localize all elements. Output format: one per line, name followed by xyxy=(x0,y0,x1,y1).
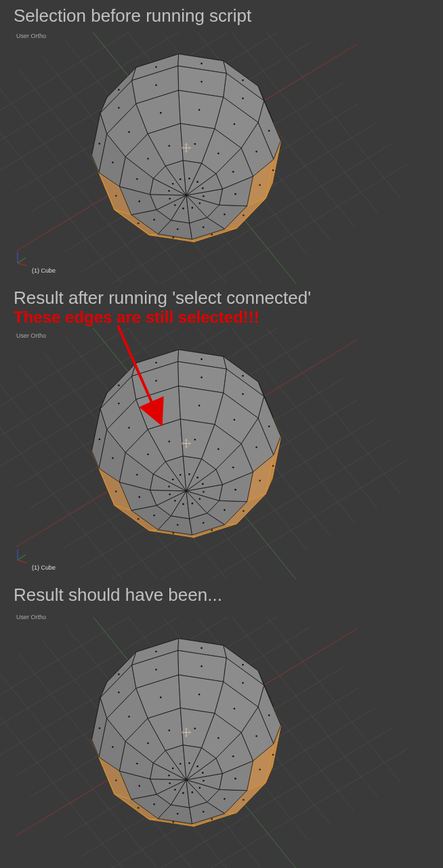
svg-point-88 xyxy=(138,222,140,224)
svg-point-514 xyxy=(202,772,204,774)
svg-point-122 xyxy=(255,151,257,153)
title-before: Selection before running script xyxy=(14,5,251,26)
svg-point-156 xyxy=(202,187,204,189)
svg-point-126 xyxy=(201,81,203,83)
svg-point-528 xyxy=(168,730,170,732)
svg-point-86 xyxy=(118,89,120,91)
svg-point-349 xyxy=(168,441,170,443)
svg-point-100 xyxy=(268,130,270,132)
svg-point-110 xyxy=(118,107,120,109)
svg-point-488 xyxy=(128,715,130,717)
svg-point-148 xyxy=(203,195,205,197)
svg-point-84 xyxy=(211,234,213,236)
svg-point-317 xyxy=(174,500,176,502)
svg-point-440 xyxy=(272,754,274,756)
svg-point-164 xyxy=(217,153,219,155)
svg-point-96 xyxy=(155,66,157,68)
title-expected: Result should have been... xyxy=(14,585,222,606)
svg-point-106 xyxy=(177,229,179,231)
svg-line-355 xyxy=(18,560,27,563)
svg-point-347 xyxy=(188,473,190,475)
svg-point-275 xyxy=(155,361,157,363)
svg-point-281 xyxy=(115,491,117,493)
svg-point-446 xyxy=(138,807,140,809)
svg-point-267 xyxy=(138,518,140,520)
svg-point-516 xyxy=(147,743,149,745)
svg-point-508 xyxy=(160,696,162,698)
svg-point-321 xyxy=(199,498,201,500)
svg-point-504 xyxy=(169,783,171,785)
svg-point-448 xyxy=(242,664,244,666)
svg-point-295 xyxy=(224,509,226,511)
svg-point-496 xyxy=(174,789,176,791)
svg-point-144 xyxy=(232,171,234,173)
svg-point-452 xyxy=(99,728,101,730)
svg-point-309 xyxy=(128,427,130,429)
svg-point-345 xyxy=(180,474,182,476)
svg-point-325 xyxy=(169,494,171,496)
svg-point-297 xyxy=(112,457,114,459)
svg-point-289 xyxy=(118,403,120,405)
svg-point-476 xyxy=(112,746,114,748)
svg-point-307 xyxy=(234,489,236,491)
svg-point-500 xyxy=(199,787,201,789)
svg-point-520 xyxy=(196,766,198,768)
svg-point-522 xyxy=(217,737,219,739)
svg-point-512 xyxy=(198,694,201,696)
svg-point-460 xyxy=(115,780,117,782)
svg-point-333 xyxy=(198,405,201,407)
svg-point-279 xyxy=(268,426,270,428)
svg-point-351 xyxy=(194,439,196,441)
svg-point-454 xyxy=(155,650,157,652)
svg-point-261 xyxy=(272,465,274,467)
object-label-1: (1) Cube xyxy=(32,267,56,274)
svg-point-337 xyxy=(147,454,149,456)
svg-point-140 xyxy=(234,123,236,125)
svg-point-444 xyxy=(118,673,120,675)
svg-point-319 xyxy=(234,419,236,421)
svg-point-269 xyxy=(242,375,244,377)
svg-point-305 xyxy=(201,376,203,378)
svg-point-104 xyxy=(259,184,261,186)
svg-point-482 xyxy=(138,785,140,787)
svg-point-466 xyxy=(203,811,205,813)
svg-point-502 xyxy=(232,755,234,757)
svg-point-118 xyxy=(112,161,114,163)
svg-point-271 xyxy=(242,510,245,512)
svg-line-356 xyxy=(18,555,26,560)
svg-point-112 xyxy=(153,219,155,221)
svg-point-114 xyxy=(242,98,244,100)
viewport-3 xyxy=(0,617,443,868)
svg-point-438 xyxy=(173,821,175,823)
svg-point-150 xyxy=(160,112,162,114)
svg-point-273 xyxy=(99,439,101,441)
svg-point-293 xyxy=(242,393,244,395)
svg-point-142 xyxy=(199,202,201,204)
svg-point-311 xyxy=(182,503,184,505)
svg-point-108 xyxy=(203,226,205,229)
svg-point-116 xyxy=(224,214,226,216)
svg-point-134 xyxy=(192,207,194,209)
svg-point-291 xyxy=(153,515,155,517)
svg-point-458 xyxy=(268,715,270,717)
svg-point-136 xyxy=(136,178,138,180)
svg-point-138 xyxy=(174,204,176,206)
svg-point-331 xyxy=(168,486,170,488)
svg-point-124 xyxy=(138,201,140,203)
svg-point-490 xyxy=(182,792,184,794)
svg-point-277 xyxy=(201,358,203,360)
svg-point-168 xyxy=(188,178,190,180)
svg-point-130 xyxy=(128,131,130,133)
svg-line-177 xyxy=(18,258,26,263)
svg-point-323 xyxy=(232,467,234,469)
svg-point-343 xyxy=(217,448,219,450)
svg-point-486 xyxy=(234,778,236,780)
svg-point-154 xyxy=(198,109,201,111)
svg-point-518 xyxy=(172,768,174,770)
svg-point-301 xyxy=(255,446,257,448)
axis-gizmo-1 xyxy=(14,251,30,267)
svg-point-158 xyxy=(147,158,149,160)
svg-point-128 xyxy=(234,193,236,195)
svg-point-472 xyxy=(242,682,244,684)
svg-point-510 xyxy=(168,774,170,776)
